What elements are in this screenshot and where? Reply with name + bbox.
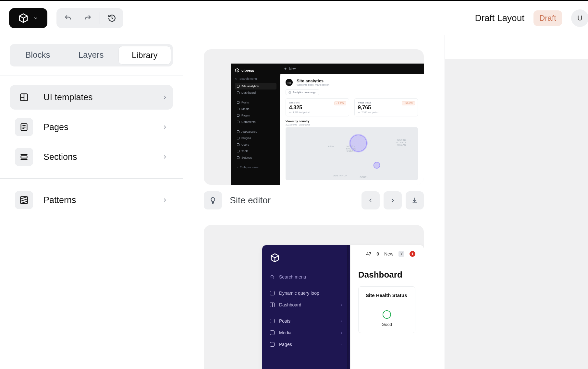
panel-tabs: Blocks Layers Library	[10, 44, 173, 66]
template-preview: Search menu Dynamic query loop Dashboard…	[204, 225, 424, 369]
category-pages[interactable]: Pages	[10, 115, 173, 139]
category-sections[interactable]: Sections	[10, 145, 173, 169]
prev-preview-button[interactable]	[361, 191, 380, 209]
brand-cube-icon	[270, 253, 280, 263]
tab-blocks[interactable]: Blocks	[12, 46, 64, 65]
chevron-right-icon	[162, 197, 168, 203]
columns-icon	[15, 88, 33, 106]
category-ui-templates[interactable]: UI templates	[10, 85, 173, 110]
lightbulb-icon	[204, 191, 222, 209]
download-template-button[interactable]	[406, 191, 424, 209]
template-card-title: Site editor	[230, 195, 354, 206]
svg-line-19	[273, 278, 274, 279]
inspector-panel: Blocks Layers Library UI templates	[0, 35, 183, 369]
tab-layers[interactable]: Layers	[65, 46, 117, 65]
library-gallery: uipress Search menu Site analytics Dashb…	[183, 35, 445, 369]
svg-point-18	[271, 275, 273, 278]
section-icon	[15, 148, 33, 166]
library-category-list: UI templates Pages	[10, 85, 173, 169]
health-ring-icon	[383, 310, 391, 319]
canvas-area[interactable]	[445, 35, 588, 369]
svg-point-14	[235, 78, 237, 79]
preview-indigo-sidebar: Search menu Dynamic query loop Dashboard…	[262, 245, 350, 369]
undo-button[interactable]	[64, 14, 72, 22]
avatar[interactable]: U	[571, 9, 588, 27]
template-card-footer: Site editor	[204, 191, 424, 209]
svg-line-12	[21, 199, 28, 201]
category-patterns[interactable]: Patterns	[10, 188, 173, 212]
history-toolbar	[56, 8, 123, 28]
history-button[interactable]	[108, 14, 116, 22]
category-label: Pages	[43, 122, 162, 132]
template-card[interactable]: uipress Search menu Site analytics Dashb…	[204, 49, 424, 185]
brand-cube-icon	[18, 13, 29, 23]
chevron-right-icon	[162, 154, 168, 160]
page-icon	[15, 118, 33, 136]
template-card[interactable]: Search menu Dynamic query loop Dashboard…	[204, 225, 424, 369]
template-preview: uipress Search menu Site analytics Dashb…	[204, 49, 424, 185]
category-label: Sections	[43, 152, 162, 162]
category-label: Patterns	[43, 195, 162, 205]
svg-line-15	[237, 79, 237, 80]
preview-search: Search menu	[235, 77, 276, 80]
chevron-down-icon	[33, 16, 38, 21]
preview-search: Search menu	[262, 271, 350, 283]
tab-library[interactable]: Library	[118, 46, 171, 65]
brand-menu-button[interactable]	[9, 8, 47, 28]
pattern-icon	[15, 191, 33, 209]
category-label: UI templates	[43, 92, 162, 102]
divider	[0, 178, 183, 179]
chevron-right-icon	[162, 94, 168, 100]
divider	[100, 12, 100, 24]
status-badge[interactable]: Draft	[533, 10, 562, 26]
svg-rect-16	[289, 91, 291, 93]
chevron-right-icon	[162, 124, 168, 130]
preview-dark-sidebar: uipress Search menu Site analytics Dashb…	[231, 64, 280, 185]
app-toolbar: Draft Layout Draft U	[0, 0, 588, 35]
template-title: Draft Layout	[475, 13, 524, 23]
redo-button[interactable]	[83, 14, 92, 22]
svg-rect-8	[21, 156, 27, 158]
next-preview-button[interactable]	[384, 191, 402, 209]
divider	[0, 76, 183, 76]
